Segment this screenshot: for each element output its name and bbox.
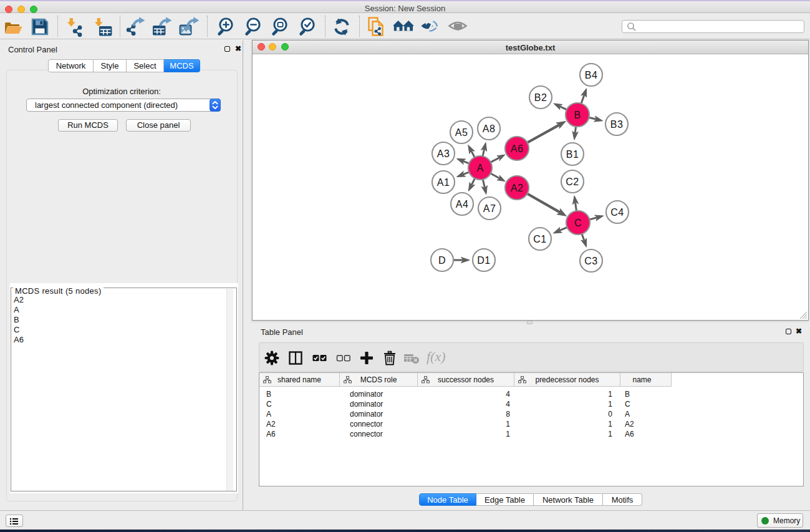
svg-text:A4: A4 — [456, 199, 468, 210]
svg-text:A3: A3 — [437, 148, 450, 159]
svg-text:A: A — [476, 163, 483, 173]
svg-text:B: B — [574, 110, 581, 120]
svg-text:D1: D1 — [477, 255, 490, 266]
svg-text:B2: B2 — [534, 92, 547, 103]
svg-text:B3: B3 — [610, 119, 623, 130]
svg-text:C2: C2 — [566, 177, 579, 187]
svg-text:B4: B4 — [585, 70, 597, 80]
svg-text:C4: C4 — [610, 207, 624, 218]
svg-text:A5: A5 — [455, 127, 468, 138]
svg-text:A8: A8 — [483, 123, 495, 134]
svg-text:B1: B1 — [566, 149, 579, 160]
svg-text:A1: A1 — [437, 177, 450, 188]
svg-text:D: D — [438, 255, 446, 266]
svg-text:A2: A2 — [511, 183, 523, 193]
svg-text:A6: A6 — [511, 143, 523, 154]
svg-text:C3: C3 — [584, 256, 597, 266]
svg-text:C: C — [574, 218, 582, 228]
svg-text:C1: C1 — [533, 234, 546, 244]
svg-text:A7: A7 — [483, 203, 496, 214]
